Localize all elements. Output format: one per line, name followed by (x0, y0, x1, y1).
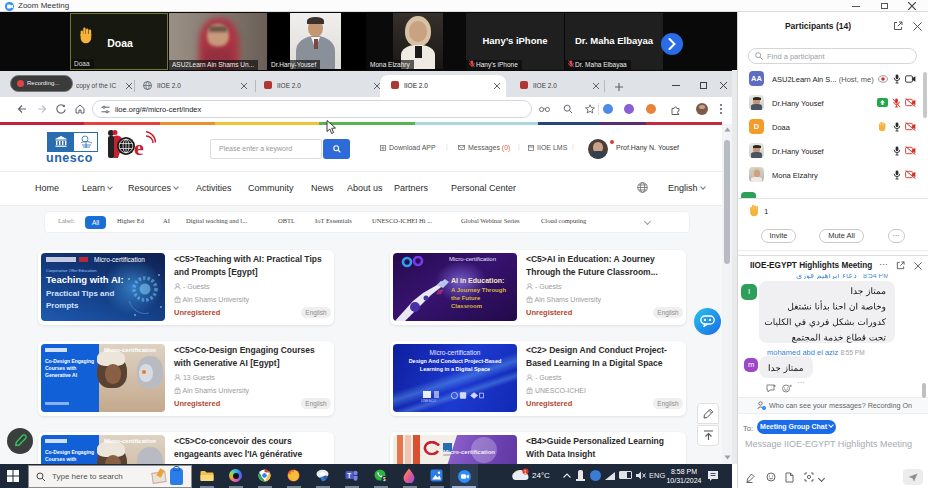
svg-text:T: T (347, 472, 351, 479)
svg-text:$: $ (383, 477, 386, 482)
svg-text:e: e (134, 135, 144, 160)
svg-text:8:54 PM: 8:54 PM (863, 274, 888, 279)
